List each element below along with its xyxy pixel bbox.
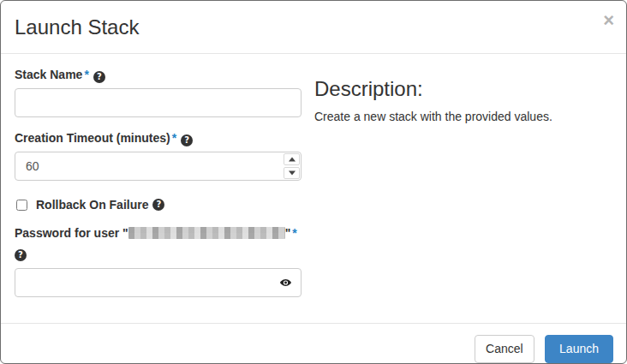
modal-body: Stack Name*? Creation Timeout (minutes)*… [1, 54, 626, 322]
stack-name-group: Stack Name*? [15, 67, 302, 117]
form-column: Stack Name*? Creation Timeout (minutes)*… [15, 67, 302, 309]
rollback-checkbox[interactable] [16, 200, 27, 211]
rollback-label: Rollback On Failure [36, 198, 148, 212]
modal-footer: Cancel Launch [1, 323, 626, 364]
creation-timeout-label: Creation Timeout (minutes)*? [15, 130, 302, 146]
description-column: Description: Create a new stack with the… [314, 67, 612, 309]
spinner-up-icon[interactable] [284, 153, 300, 165]
description-text: Create a new stack with the provided val… [314, 110, 612, 123]
creation-timeout-field [15, 152, 302, 181]
help-icon[interactable]: ? [93, 71, 105, 83]
creation-timeout-input[interactable] [15, 152, 302, 181]
close-icon[interactable]: × [603, 11, 614, 30]
help-icon[interactable]: ? [15, 249, 27, 261]
spinner-down-icon[interactable] [284, 167, 300, 179]
stack-name-input[interactable] [15, 88, 302, 117]
creation-timeout-group: Creation Timeout (minutes)*? [15, 130, 302, 181]
help-icon[interactable]: ? [152, 199, 164, 211]
password-input[interactable] [15, 268, 302, 297]
rollback-group: Rollback On Failure ? [16, 198, 302, 212]
number-spinner [283, 152, 301, 180]
required-marker: * [84, 68, 88, 81]
modal-title: Launch Stack [15, 14, 612, 41]
launch-button[interactable]: Launch [545, 335, 613, 364]
description-heading: Description: [314, 77, 612, 101]
eye-icon[interactable] [278, 275, 293, 289]
stack-name-label: Stack Name*? [15, 67, 302, 83]
launch-stack-modal: Launch Stack × Stack Name*? Creation Tim… [0, 0, 627, 364]
password-field [15, 268, 302, 297]
password-group: Password for user ""* ? [15, 225, 302, 296]
password-help-line: ? [15, 245, 302, 261]
help-icon[interactable]: ? [181, 134, 193, 146]
cancel-button[interactable]: Cancel [475, 335, 534, 364]
modal-header: Launch Stack × [1, 1, 626, 54]
password-label: Password for user ""* [15, 225, 302, 241]
required-marker: * [172, 131, 176, 145]
redacted-username [128, 227, 285, 239]
required-marker: * [292, 226, 296, 240]
